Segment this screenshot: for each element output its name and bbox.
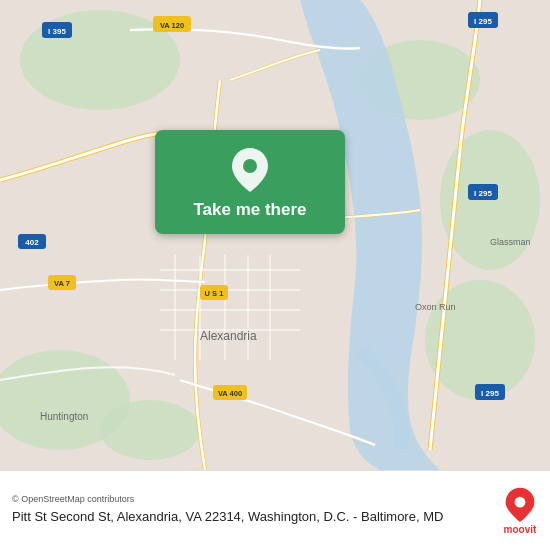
take-me-there-label: Take me there [193, 200, 306, 220]
map-container: Alexandria Huntington Glassman Oxon Run … [0, 0, 550, 470]
svg-text:U S 1: U S 1 [205, 289, 224, 298]
svg-text:402: 402 [25, 238, 39, 247]
take-me-there-button[interactable]: Take me there [155, 130, 345, 234]
svg-point-38 [243, 159, 257, 173]
bottom-text-block: © OpenStreetMap contributors Pitt St Sec… [12, 494, 492, 526]
svg-text:Glassman: Glassman [490, 237, 531, 247]
svg-text:VA 400: VA 400 [218, 389, 242, 398]
moovit-logo: moovit [502, 486, 538, 535]
location-pin-icon [232, 148, 268, 192]
svg-point-6 [100, 400, 200, 460]
moovit-label: moovit [504, 524, 537, 535]
svg-text:I 295: I 295 [481, 389, 499, 398]
bottom-bar: © OpenStreetMap contributors Pitt St Sec… [0, 470, 550, 550]
address-text: Pitt St Second St, Alexandria, VA 22314,… [12, 508, 492, 526]
svg-point-39 [515, 497, 526, 508]
svg-text:I 295: I 295 [474, 17, 492, 26]
map-svg: Alexandria Huntington Glassman Oxon Run … [0, 0, 550, 470]
svg-text:I 395: I 395 [48, 27, 66, 36]
osm-credit: © OpenStreetMap contributors [12, 494, 492, 504]
svg-text:Alexandria: Alexandria [200, 329, 257, 343]
svg-text:Huntington: Huntington [40, 411, 88, 422]
svg-text:I 295: I 295 [474, 189, 492, 198]
svg-text:VA 7: VA 7 [54, 279, 70, 288]
svg-text:VA 120: VA 120 [160, 21, 184, 30]
svg-text:Oxon Run: Oxon Run [415, 302, 456, 312]
moovit-icon [502, 486, 538, 522]
